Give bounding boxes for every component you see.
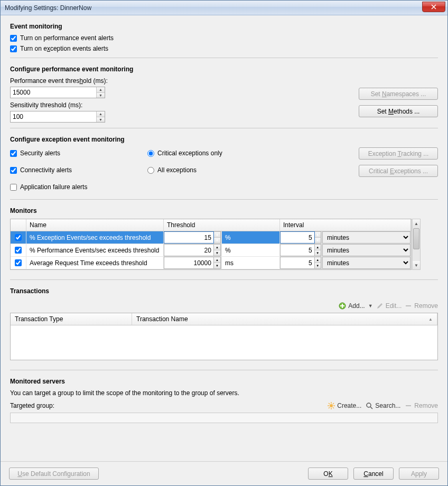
transactions-add-button[interactable]: Add... ▼ bbox=[339, 302, 372, 310]
interval-unit-select[interactable]: minutes bbox=[322, 244, 410, 256]
monitors-col-interval[interactable]: Interval bbox=[280, 219, 411, 231]
use-default-config-button[interactable]: Use Default Configuration bbox=[9, 468, 99, 480]
security-alerts-checkbox[interactable] bbox=[10, 150, 17, 157]
spinner-buttons[interactable]: ▲▼ bbox=[315, 257, 321, 269]
all-exceptions-radio[interactable] bbox=[147, 167, 154, 174]
connectivity-alerts-row[interactable]: Connectivity alerts bbox=[10, 166, 126, 174]
monitors-col-check[interactable] bbox=[11, 219, 26, 231]
spinner-buttons[interactable]: ▲▼ bbox=[214, 257, 221, 269]
spin-up-icon[interactable]: ▲ bbox=[214, 257, 220, 263]
table-row[interactable]: % Exception Events/sec exceeds threshold… bbox=[11, 231, 411, 244]
spin-up-icon[interactable]: ▲ bbox=[97, 87, 105, 93]
perf-threshold-label: Performance event threshold (ms): bbox=[10, 77, 438, 85]
row-checkbox[interactable] bbox=[15, 247, 22, 254]
security-alerts-row[interactable]: Security alerts bbox=[10, 149, 126, 157]
ok-button[interactable]: OK bbox=[308, 468, 348, 480]
transactions-col-type[interactable]: Transaction Type bbox=[11, 313, 132, 325]
set-methods-button[interactable]: Set Methods ... bbox=[359, 105, 438, 117]
spin-down-icon[interactable]: ▼ bbox=[97, 117, 105, 123]
divider bbox=[10, 279, 438, 280]
spin-down-icon[interactable]: ▼ bbox=[214, 263, 220, 268]
transactions-col-name[interactable]: Transaction Name ▲ bbox=[132, 313, 437, 325]
spinner-buttons[interactable]: ▲▼ bbox=[214, 231, 221, 244]
threshold-spinner[interactable]: ▲▼ bbox=[164, 231, 221, 244]
spin-up-icon[interactable]: ▲ bbox=[315, 232, 321, 238]
svg-rect-4 bbox=[406, 405, 411, 406]
threshold-spinner[interactable]: ▲▼ bbox=[164, 244, 221, 256]
threshold-input[interactable] bbox=[164, 231, 214, 244]
row-interval-cell: ▲▼ bbox=[280, 231, 322, 244]
scroll-track[interactable] bbox=[413, 228, 420, 261]
spin-up-icon[interactable]: ▲ bbox=[315, 257, 321, 263]
sensitivity-spinner[interactable]: ▲▼ bbox=[10, 111, 105, 123]
spinner-buttons[interactable]: ▲▼ bbox=[214, 244, 221, 256]
spin-down-icon[interactable]: ▼ bbox=[315, 238, 321, 243]
spin-up-icon[interactable]: ▲ bbox=[97, 111, 105, 117]
monitors-col-threshold[interactable]: Threshold bbox=[164, 219, 280, 231]
scroll-thumb[interactable] bbox=[413, 228, 419, 249]
spin-down-icon[interactable]: ▼ bbox=[315, 250, 321, 256]
interval-spinner[interactable]: ▲▼ bbox=[280, 257, 322, 269]
perf-alerts-checkbox-row[interactable]: Turn on performance event alerts bbox=[10, 34, 438, 42]
perf-threshold-input[interactable] bbox=[11, 87, 96, 98]
monitors-col-name[interactable]: Name bbox=[26, 219, 164, 231]
table-row[interactable]: % Performance Events/sec exceeds thresho… bbox=[11, 244, 411, 257]
monitors-header-row: Name Threshold Interval bbox=[11, 219, 411, 231]
row-checkbox[interactable] bbox=[15, 234, 22, 241]
spin-down-icon[interactable]: ▼ bbox=[214, 238, 220, 243]
interval-spinner[interactable]: ▲▼ bbox=[280, 231, 322, 244]
threshold-input[interactable] bbox=[164, 244, 214, 256]
excp-radio-column: Critical exceptions only All exceptions bbox=[147, 147, 264, 194]
targeted-create-button[interactable]: Create... bbox=[328, 402, 361, 409]
exception-tracking-button[interactable]: Exception Tracking ... bbox=[359, 147, 438, 160]
transactions-edit-button[interactable]: Edit... bbox=[376, 302, 402, 310]
interval-spinner[interactable]: ▲▼ bbox=[280, 244, 322, 256]
perf-alerts-checkbox[interactable] bbox=[10, 35, 17, 42]
critical-only-radio[interactable] bbox=[147, 150, 154, 157]
spinner-buttons[interactable]: ▲▼ bbox=[96, 111, 105, 122]
scroll-down-icon[interactable]: ▼ bbox=[413, 261, 420, 269]
appfail-alerts-row[interactable]: Application failure alerts bbox=[10, 183, 126, 191]
interval-input[interactable] bbox=[280, 244, 315, 256]
plus-icon bbox=[339, 302, 346, 310]
critical-only-label: Critical exceptions only bbox=[157, 149, 222, 157]
spin-down-icon[interactable]: ▼ bbox=[97, 93, 105, 98]
spin-up-icon[interactable]: ▲ bbox=[214, 245, 220, 250]
critical-exceptions-button[interactable]: Critical Exceptions ... bbox=[359, 165, 438, 177]
scroll-area[interactable]: Event monitoring Turn on performance eve… bbox=[1, 15, 447, 461]
monitors-scrollbar[interactable]: ▲ ▼ bbox=[412, 219, 421, 270]
critical-only-row[interactable]: Critical exceptions only bbox=[147, 149, 264, 157]
cancel-button[interactable]: Cancel bbox=[353, 468, 394, 480]
spin-up-icon[interactable]: ▲ bbox=[315, 245, 321, 250]
excp-checkbox-column: Security alerts Connectivity alerts Appl… bbox=[10, 147, 126, 194]
threshold-spinner[interactable]: ▲▼ bbox=[164, 257, 221, 269]
connectivity-alerts-checkbox[interactable] bbox=[10, 167, 17, 174]
scroll-up-icon[interactable]: ▲ bbox=[413, 219, 420, 228]
row-checkbox[interactable] bbox=[15, 259, 22, 266]
apply-button[interactable]: Apply bbox=[399, 468, 439, 480]
set-namespaces-button[interactable]: Set Namespaces ... bbox=[359, 88, 438, 100]
spinner-buttons[interactable]: ▲▼ bbox=[315, 244, 321, 256]
appfail-alerts-checkbox[interactable] bbox=[10, 184, 17, 191]
sensitivity-input[interactable] bbox=[11, 111, 96, 122]
spinner-buttons[interactable]: ▲▼ bbox=[96, 87, 105, 98]
perf-threshold-spinner[interactable]: ▲▼ bbox=[10, 87, 105, 98]
interval-input[interactable] bbox=[280, 257, 315, 269]
table-row[interactable]: Average Request Time exceeds threshold▲▼… bbox=[11, 257, 411, 269]
transactions-remove-button[interactable]: Remove bbox=[405, 302, 438, 310]
threshold-input[interactable] bbox=[164, 257, 214, 269]
excp-alerts-checkbox-row[interactable]: Turn on exception events alerts bbox=[10, 45, 438, 52]
interval-unit-select[interactable]: minutes bbox=[322, 231, 410, 244]
spin-down-icon[interactable]: ▼ bbox=[315, 263, 321, 268]
spinner-buttons[interactable]: ▲▼ bbox=[315, 231, 321, 244]
excp-alerts-checkbox[interactable] bbox=[10, 45, 17, 52]
interval-input[interactable] bbox=[280, 231, 315, 244]
targeted-search-button[interactable]: Search... bbox=[366, 402, 400, 409]
targeted-group-input[interactable] bbox=[10, 413, 438, 423]
interval-unit-select[interactable]: minutes bbox=[322, 257, 410, 269]
spin-down-icon[interactable]: ▼ bbox=[214, 250, 220, 256]
window-close-button[interactable] bbox=[422, 2, 445, 12]
targeted-remove-button[interactable]: Remove bbox=[405, 402, 438, 409]
spin-up-icon[interactable]: ▲ bbox=[214, 232, 220, 238]
all-exceptions-row[interactable]: All exceptions bbox=[147, 166, 264, 174]
